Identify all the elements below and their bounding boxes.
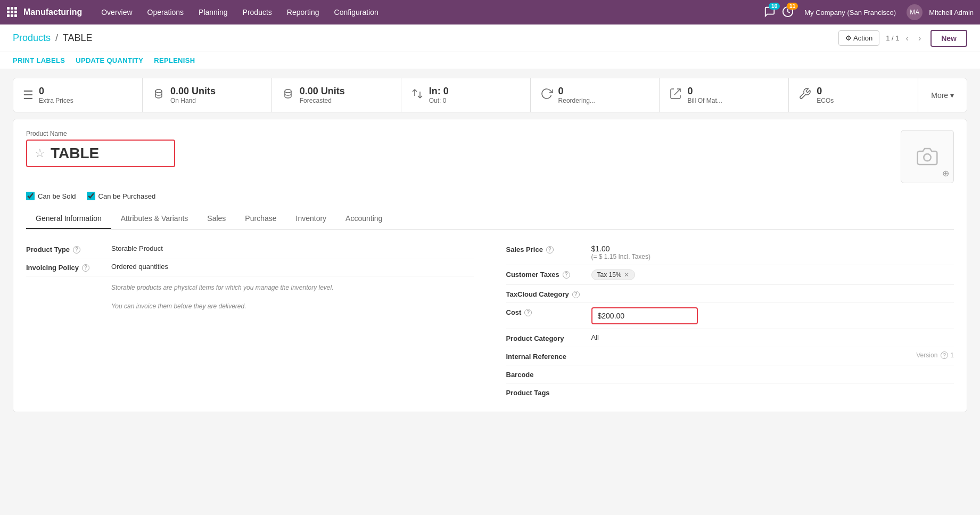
- nav-planning[interactable]: Planning: [192, 5, 234, 20]
- nav-overview[interactable]: Overview: [95, 5, 138, 20]
- tab-inventory[interactable]: Inventory: [286, 209, 336, 229]
- cost-value[interactable]: $200.00: [598, 312, 625, 320]
- prev-arrow[interactable]: ‹: [903, 32, 912, 44]
- breadcrumb-bar: Products / TABLE ⚙ Action 1 / 1 ‹ › New: [0, 24, 980, 52]
- customer-taxes-help[interactable]: ?: [563, 271, 570, 279]
- customer-taxes-value: Tax 15% ✕: [591, 269, 954, 280]
- product-category-label: Product Category: [506, 334, 564, 342]
- in-out-icon: [411, 87, 424, 103]
- tab-attributes-variants[interactable]: Attributes & Variants: [111, 209, 198, 229]
- field-product-type: Product Type ? Storable Product: [26, 240, 474, 258]
- company-name[interactable]: My Company (San Francisco): [804, 9, 896, 17]
- can-be-purchased-checkbox[interactable]: Can be Purchased: [87, 192, 156, 200]
- replenish-link[interactable]: REPLENISH: [154, 56, 195, 64]
- ecos-label: ECOs: [817, 97, 834, 104]
- breadcrumb-actions: ⚙ Action 1 / 1 ‹ › New: [838, 30, 967, 47]
- new-button[interactable]: New: [930, 30, 967, 47]
- taxcloud-category-help[interactable]: ?: [572, 291, 580, 298]
- right-column: Sales Price ? $1.00 (= $ 1.15 Incl. Taxe…: [506, 240, 954, 401]
- on-hand-icon: [152, 87, 165, 103]
- stats-bar: ☰ 0 Extra Prices 0.00 Units On Hand 0.00…: [13, 78, 967, 112]
- extra-prices-icon: ☰: [23, 88, 34, 102]
- avatar[interactable]: MA: [907, 4, 923, 20]
- stat-extra-prices[interactable]: ☰ 0 Extra Prices: [13, 78, 143, 112]
- svg-rect-3: [7, 11, 10, 13]
- product-type-description: Storable products are physical items for…: [26, 276, 474, 297]
- app-grid-icon[interactable]: [6, 6, 17, 19]
- version-help[interactable]: ?: [941, 351, 948, 359]
- more-button[interactable]: More ▾: [918, 78, 967, 112]
- clock-icon[interactable]: 11: [782, 6, 794, 19]
- product-type-value[interactable]: Storable Product: [111, 244, 474, 252]
- field-barcode: Barcode: [506, 365, 954, 383]
- product-name-field[interactable]: ☆ TABLE: [26, 140, 175, 167]
- bom-icon: [669, 87, 682, 103]
- breadcrumb: Products / TABLE: [13, 32, 92, 44]
- sales-price-tax-note: (= $ 1.15 Incl. Taxes): [591, 253, 651, 260]
- sales-price-value[interactable]: $1.00: [591, 244, 651, 253]
- breadcrumb-separator: /: [55, 32, 58, 43]
- cost-help[interactable]: ?: [524, 309, 532, 316]
- stat-bom[interactable]: 0 Bill Of Mat...: [660, 78, 789, 112]
- user-name[interactable]: Mitchell Admin: [929, 9, 974, 17]
- tax-tag[interactable]: Tax 15% ✕: [591, 269, 635, 280]
- extra-prices-num: 0: [39, 86, 73, 97]
- product-image-placeholder[interactable]: ⊕: [901, 130, 954, 183]
- stat-on-hand[interactable]: 0.00 Units On Hand: [143, 78, 272, 112]
- invoicing-policy-value[interactable]: Ordered quantities: [111, 263, 474, 271]
- ecos-icon: [798, 87, 811, 103]
- svg-rect-8: [14, 14, 17, 17]
- nav-configuration[interactable]: Configuration: [328, 5, 385, 20]
- checkboxes: Can be Sold Can be Purchased: [26, 192, 954, 200]
- stat-in-out[interactable]: In: 0 Out: 0: [401, 78, 531, 112]
- page-info: 1 / 1: [886, 34, 899, 42]
- tab-purchase[interactable]: Purchase: [235, 209, 286, 229]
- stat-forecasted[interactable]: 0.00 Units Forecasted: [272, 78, 401, 112]
- print-labels-link[interactable]: PRINT LABELS: [13, 56, 65, 64]
- product-category-value[interactable]: All: [591, 333, 954, 341]
- stat-reordering[interactable]: 0 Reordering...: [531, 78, 660, 112]
- field-invoicing-policy: Invoicing Policy ? Ordered quantities: [26, 258, 474, 276]
- tabs: General Information Attributes & Variant…: [26, 209, 954, 230]
- extra-prices-label: Extra Prices: [39, 97, 73, 104]
- message-badge: 10: [769, 3, 780, 10]
- favorite-icon[interactable]: ☆: [35, 146, 45, 160]
- on-hand-label: On Hand: [170, 97, 216, 104]
- nav-operations[interactable]: Operations: [141, 5, 190, 20]
- product-name-text[interactable]: TABLE: [51, 145, 99, 162]
- breadcrumb-parent[interactable]: Products: [13, 32, 51, 43]
- on-hand-num: 0.00 Units: [170, 86, 216, 97]
- barcode-label: Barcode: [506, 371, 534, 379]
- field-sales-price: Sales Price ? $1.00 (= $ 1.15 Incl. Taxe…: [506, 240, 954, 265]
- internal-reference-label: Internal Reference: [506, 353, 566, 361]
- field-customer-taxes: Customer Taxes ? Tax 15% ✕: [506, 265, 954, 285]
- tab-sales[interactable]: Sales: [197, 209, 235, 229]
- nav-reporting[interactable]: Reporting: [281, 5, 326, 20]
- tab-accounting[interactable]: Accounting: [336, 209, 392, 229]
- next-arrow[interactable]: ›: [915, 32, 924, 44]
- app-name: Manufacturing: [23, 7, 82, 17]
- reordering-num: 0: [558, 86, 595, 97]
- cost-field[interactable]: $200.00: [591, 307, 698, 324]
- tax-remove-icon[interactable]: ✕: [624, 271, 629, 279]
- sales-price-help[interactable]: ?: [546, 246, 554, 254]
- version-info: Version ? 1: [916, 351, 954, 359]
- stat-ecos[interactable]: 0 ECOs: [789, 78, 918, 112]
- clock-badge: 11: [787, 3, 798, 10]
- update-quantity-link[interactable]: UPDATE QUANTITY: [76, 56, 143, 64]
- field-internal-reference: Internal Reference Version ? 1: [506, 347, 954, 365]
- svg-rect-5: [14, 11, 17, 13]
- svg-point-10: [155, 89, 162, 93]
- product-type-help[interactable]: ?: [73, 246, 80, 254]
- svg-rect-4: [11, 11, 13, 13]
- messages-icon[interactable]: 10: [764, 6, 776, 19]
- can-be-sold-checkbox[interactable]: Can be Sold: [26, 192, 76, 200]
- action-button[interactable]: ⚙ Action: [838, 30, 879, 46]
- forecasted-num: 0.00 Units: [300, 86, 345, 97]
- tab-general-information[interactable]: General Information: [26, 209, 111, 229]
- cost-label: Cost: [506, 308, 522, 316]
- invoicing-policy-help[interactable]: ?: [82, 264, 89, 272]
- top-nav: Manufacturing Overview Operations Planni…: [0, 0, 980, 24]
- field-taxcloud-category: TaxCloud Category ?: [506, 285, 954, 303]
- nav-products[interactable]: Products: [236, 5, 278, 20]
